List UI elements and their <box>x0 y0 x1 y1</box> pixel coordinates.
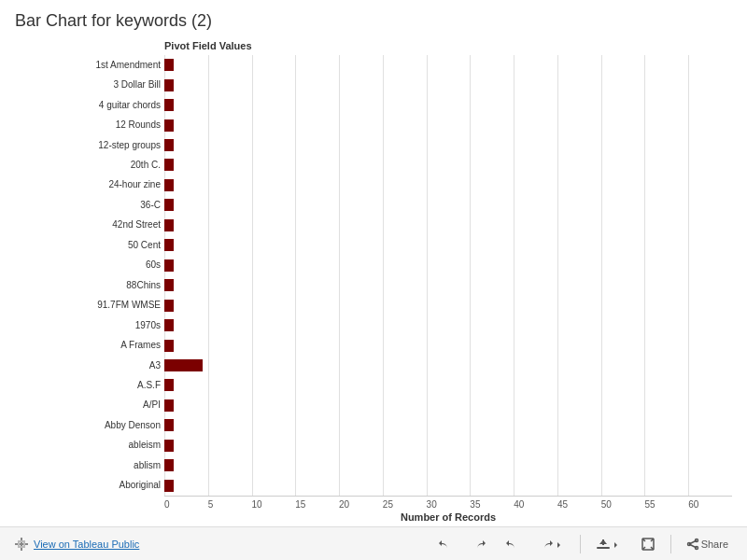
y-axis-label: Abby Denson <box>15 416 161 434</box>
bar-row <box>164 117 732 134</box>
bar[interactable] <box>164 419 174 431</box>
bar[interactable] <box>164 359 203 371</box>
bar-row <box>164 276 732 294</box>
app: Bar Chart for keywords (2) Pivot Field V… <box>0 0 747 560</box>
bar[interactable] <box>164 59 174 71</box>
footer: View on Tableau Public <box>0 526 747 560</box>
bar[interactable] <box>164 79 174 91</box>
x-tick-label: 0 <box>164 499 208 510</box>
svg-rect-4 <box>18 540 25 542</box>
y-axis-label: 3 Dollar Bill <box>15 77 161 94</box>
share-label: Share <box>701 539 728 550</box>
bar[interactable] <box>164 459 174 471</box>
bar[interactable] <box>164 119 174 132</box>
pivot-field-label: Pivot Field Values <box>164 40 732 51</box>
chart-area: Pivot Field Values 1st Amendment3 Dollar… <box>15 40 732 526</box>
bar-row <box>164 196 732 214</box>
y-axis-label: 12 Rounds <box>15 117 161 134</box>
bar[interactable] <box>164 139 174 151</box>
bar[interactable] <box>164 300 174 312</box>
bar-chart-container: 1st Amendment3 Dollar Bill4 guitar chord… <box>15 55 732 496</box>
bar-row <box>164 217 732 234</box>
y-axis-labels: 1st Amendment3 Dollar Bill4 guitar chord… <box>15 55 164 496</box>
y-axis-label: 36-C <box>15 196 161 214</box>
bar-row <box>164 136 732 154</box>
svg-rect-8 <box>602 539 604 545</box>
bar[interactable] <box>164 99 174 111</box>
bar-row <box>164 236 732 254</box>
tableau-public-link[interactable]: View on Tableau Public <box>34 539 139 550</box>
x-tick-label: 55 <box>644 499 688 510</box>
y-axis-label: A.S.F <box>15 376 161 394</box>
y-axis-label: Aboriginal <box>15 477 161 495</box>
bar[interactable] <box>164 259 174 272</box>
bar[interactable] <box>164 239 174 251</box>
x-tick-label: 35 <box>470 499 514 510</box>
x-tick-label: 10 <box>252 499 296 510</box>
footer-divider2 <box>670 535 671 553</box>
x-tick-label: 25 <box>383 499 427 510</box>
svg-rect-6 <box>597 547 610 549</box>
bar-row <box>164 156 732 174</box>
bar-row <box>164 416 732 434</box>
x-tick-label: 40 <box>514 499 557 510</box>
bar[interactable] <box>164 319 174 331</box>
bar[interactable] <box>164 399 174 412</box>
bar-row <box>164 56 732 74</box>
bars-area <box>164 55 732 496</box>
fullscreen-button[interactable] <box>637 535 659 553</box>
bar[interactable] <box>164 440 174 452</box>
y-axis-label: ableism <box>15 437 161 455</box>
redo2-button[interactable] <box>535 535 569 553</box>
tableau-icon <box>15 538 28 551</box>
y-axis-label: 88Chins <box>15 276 161 294</box>
footer-right: Share <box>434 535 732 553</box>
x-tick-label: 30 <box>427 499 471 510</box>
y-axis-label: ablism <box>15 456 161 474</box>
bar-row <box>164 77 732 94</box>
bar-row <box>164 437 732 455</box>
y-axis-label: A Frames <box>15 337 161 355</box>
svg-rect-1 <box>15 543 28 545</box>
bar-row <box>164 337 732 355</box>
bar-row <box>164 257 732 274</box>
bar[interactable] <box>164 480 174 492</box>
bars-and-grid <box>164 55 732 496</box>
x-tick-label: 50 <box>601 499 645 510</box>
chart-title: Bar Chart for keywords (2) <box>15 11 732 31</box>
bar-row <box>164 477 732 495</box>
bar[interactable] <box>164 340 174 352</box>
y-axis-label: 4 guitar chords <box>15 96 161 114</box>
bar-row <box>164 176 732 194</box>
share-button[interactable]: Share <box>683 536 732 553</box>
y-axis-label: A3 <box>15 357 161 374</box>
redo-button[interactable] <box>468 535 490 553</box>
undo-button[interactable] <box>434 535 457 553</box>
x-tick-label: 15 <box>295 499 339 510</box>
x-tick-labels: 051015202530354045505560 <box>164 496 732 510</box>
x-tick-label: 20 <box>339 499 383 510</box>
bar-row <box>164 456 732 474</box>
bar-row <box>164 376 732 394</box>
bar[interactable] <box>164 159 174 171</box>
undo2-button[interactable] <box>501 535 524 553</box>
y-axis-label: 60s <box>15 257 161 274</box>
bar[interactable] <box>164 279 174 291</box>
svg-rect-5 <box>18 546 25 548</box>
svg-line-14 <box>689 544 697 548</box>
download-button[interactable] <box>592 535 626 553</box>
y-axis-label: A/PI <box>15 397 161 414</box>
bar[interactable] <box>164 219 174 231</box>
x-axis: 051015202530354045505560 Number of Recor… <box>164 496 732 526</box>
footer-left[interactable]: View on Tableau Public <box>15 538 139 551</box>
x-tick-label: 60 <box>688 499 732 510</box>
bar[interactable] <box>164 379 174 391</box>
y-axis-label: 1st Amendment <box>15 56 161 74</box>
bar[interactable] <box>164 179 174 191</box>
bar-row <box>164 397 732 414</box>
bar[interactable] <box>164 199 174 211</box>
bar-row <box>164 316 732 334</box>
y-axis-label: 42nd Street <box>15 217 161 234</box>
y-axis-label: 24-hour zine <box>15 176 161 194</box>
y-axis-label: 50 Cent <box>15 236 161 254</box>
